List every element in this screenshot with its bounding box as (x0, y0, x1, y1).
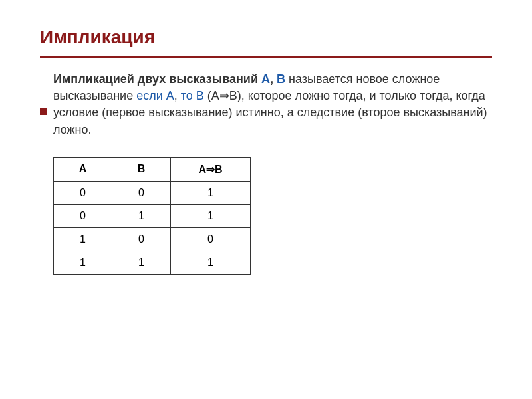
def-intro: Импликацией двух высказываний (53, 72, 261, 86)
table-header-row: А В А⇒В (54, 157, 251, 181)
table-row: 1 1 1 (54, 251, 251, 274)
def-comma2: , (174, 89, 181, 102)
truth-table-container: А В А⇒В 0 0 1 0 1 1 1 0 (53, 157, 492, 275)
def-then-b: то В (181, 89, 204, 102)
bullet-marker (40, 108, 47, 115)
def-if-a: если А (136, 89, 174, 102)
table-cell: 0 (112, 227, 171, 251)
table-cell: 0 (112, 181, 171, 204)
table-row: 1 0 0 (54, 227, 251, 251)
table-header: А (54, 157, 112, 181)
table-row: 0 1 1 (54, 204, 251, 227)
truth-table: А В А⇒В 0 0 1 0 1 1 1 0 (53, 157, 251, 275)
table-cell: 1 (112, 204, 171, 227)
table-cell: 1 (171, 251, 251, 274)
definition-paragraph: Импликацией двух высказываний А, В назыв… (53, 71, 492, 138)
def-comma1: , (270, 72, 277, 86)
table-row: 0 0 1 (54, 181, 251, 204)
def-a1: А (261, 72, 270, 86)
table-header: А⇒В (171, 157, 251, 181)
table-cell: 1 (54, 227, 112, 251)
title-divider (40, 56, 492, 58)
table-cell: 0 (171, 227, 251, 251)
table-cell: 1 (54, 251, 112, 274)
table-cell: 1 (171, 204, 251, 227)
table-cell: 0 (54, 204, 112, 227)
slide-title: Импликация (40, 27, 492, 48)
table-cell: 1 (171, 181, 251, 204)
def-b1: В (277, 72, 285, 86)
table-cell: 1 (112, 251, 171, 274)
table-cell: 0 (54, 181, 112, 204)
table-header: В (112, 157, 171, 181)
